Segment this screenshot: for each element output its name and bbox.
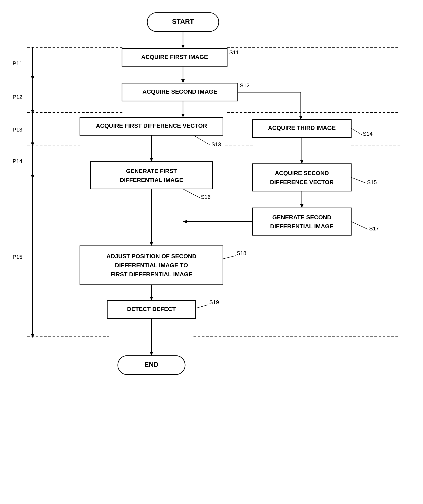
svg-marker-49	[150, 297, 153, 300]
svg-line-45	[223, 256, 236, 259]
s16-step-label: S16	[201, 194, 211, 200]
p11-label: P11	[13, 60, 22, 66]
s19-step-label: S19	[209, 299, 219, 305]
s18-label-line3: FIRST DIFFERENTIAL IMAGE	[110, 271, 192, 278]
s15-label-line1: ACQUIRE SECOND	[275, 170, 329, 176]
svg-marker-29	[300, 160, 304, 164]
s15-box	[252, 164, 351, 191]
svg-marker-7	[181, 79, 185, 83]
svg-line-39	[351, 222, 368, 229]
s13-label: ACQUIRE FIRST DIFFERENCE VECTOR	[96, 122, 207, 129]
svg-line-31	[351, 177, 366, 183]
svg-marker-38	[300, 204, 304, 208]
s13-step-label: S13	[211, 141, 221, 148]
s16-box	[90, 162, 212, 189]
s16-label-line1: GENERATE FIRST	[126, 168, 177, 174]
svg-marker-5	[31, 76, 34, 80]
s18-label-line2: DIFFERENTIAL IMAGE TO	[115, 262, 188, 269]
svg-marker-27	[150, 158, 153, 162]
s17-label-line1: GENERATE SECOND	[272, 214, 331, 221]
svg-line-20	[351, 128, 362, 135]
s17-box	[252, 208, 351, 235]
s11-label: ACQUIRE FIRST IMAGE	[141, 54, 208, 60]
s19-label: DETECT DEFECT	[127, 306, 176, 312]
diagram-container: START ACQUIRE FIRST IMAGE S11 P11 ACQUIR…	[0, 0, 423, 504]
s14-label: ACQUIRE THIRD IMAGE	[268, 125, 336, 131]
svg-marker-47	[31, 334, 34, 338]
svg-line-30	[183, 189, 200, 198]
p12-label: P12	[13, 94, 22, 100]
svg-marker-54	[150, 352, 153, 356]
p14-label: P14	[13, 158, 22, 164]
svg-marker-1	[181, 45, 185, 48]
s18-label-line1: ADJUST POSITION OF SECOND	[107, 253, 197, 259]
s18-step-label: S18	[237, 250, 246, 256]
s11-step-label: S11	[229, 49, 239, 55]
s12-step-label: S12	[240, 82, 250, 89]
end-label: END	[144, 361, 159, 368]
s14-step-label: S14	[363, 131, 373, 137]
p15-label: P15	[13, 254, 22, 260]
p13-label: P13	[13, 126, 22, 133]
svg-marker-18	[299, 116, 303, 120]
s12-label: ACQUIRE SECOND IMAGE	[143, 88, 217, 95]
svg-marker-43	[150, 242, 153, 246]
s17-label-line2: DIFFERENTIAL IMAGE	[270, 223, 334, 230]
start-label: START	[172, 18, 194, 25]
s17-step-label: S17	[369, 225, 379, 232]
svg-marker-41	[183, 220, 187, 223]
svg-marker-15	[181, 114, 185, 117]
svg-line-50	[196, 305, 208, 308]
s16-label-line2: DIFFERENTIAL IMAGE	[120, 177, 183, 183]
s15-step-label: S15	[367, 179, 377, 185]
s15-label-line2: DIFFERENCE VECTOR	[270, 179, 334, 185]
svg-line-19	[194, 135, 210, 145]
